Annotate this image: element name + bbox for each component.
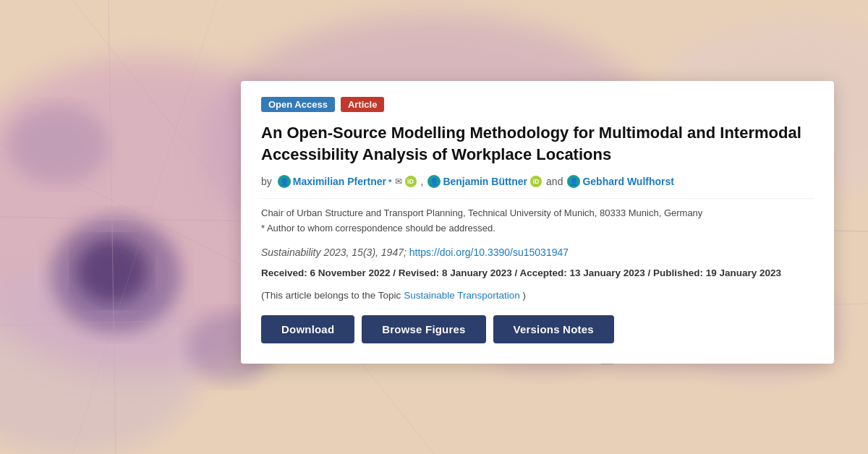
svg-point-9 (7, 105, 109, 184)
article-card: Open Access Article An Open-Source Model… (241, 81, 834, 364)
author-1-name: Maximilian Pfertner (293, 176, 386, 187)
and-text: and (546, 176, 563, 187)
journal-volume: 15 (352, 247, 363, 258)
author-2-name: Benjamin Büttner (443, 176, 527, 187)
author-2-icon: 👤 (427, 175, 441, 188)
author-1-icon: 👤 (278, 175, 291, 188)
author-1-asterisk: * (388, 177, 392, 187)
article-badge[interactable]: Article (341, 97, 384, 112)
author-1-email-icon[interactable]: ✉ (395, 176, 402, 187)
badge-row: Open Access Article (261, 97, 814, 112)
correspondence-note: * Author to whom correspondence should b… (261, 221, 814, 236)
author-3[interactable]: 👤 Gebhard Wulfhorst (567, 175, 674, 188)
author-3-icon: 👤 (567, 175, 580, 188)
versions-notes-button[interactable]: Versions Notes (493, 315, 614, 343)
journal-page: 1947 (381, 247, 404, 258)
author-3-name: Gebhard Wulfhorst (582, 176, 674, 187)
doi-link[interactable]: https://doi.org/10.3390/su15031947 (409, 247, 569, 258)
dates-line: Received: 6 November 2022 / Revised: 8 J… (261, 265, 814, 281)
topic-prefix: (This article belongs to the Topic (261, 290, 401, 301)
journal-name: Sustainability (261, 247, 321, 258)
author-1-orcid-icon[interactable]: iD (405, 176, 417, 187)
author-2[interactable]: 👤 Benjamin Büttner (427, 175, 527, 188)
journal-line: Sustainability 2023, 15(3), 1947; https:… (261, 247, 814, 258)
authors-line: by 👤 Maximilian Pfertner * ✉ iD , 👤 Benj… (261, 175, 814, 188)
topic-link[interactable]: Sustainable Transportation (404, 290, 520, 301)
journal-year: 2023 (323, 247, 346, 258)
download-button[interactable]: Download (261, 315, 354, 343)
article-title: An Open-Source Modelling Methodology for… (261, 122, 814, 165)
buttons-row: Download Browse Figures Versions Notes (261, 315, 814, 343)
topic-suffix: ) (523, 290, 527, 301)
by-prefix: by (261, 176, 272, 187)
author-2-orcid-icon[interactable]: iD (530, 176, 542, 187)
separator-1: , (421, 176, 424, 187)
topic-line: (This article belongs to the Topic Susta… (261, 290, 814, 301)
author-1[interactable]: 👤 Maximilian Pfertner * (278, 175, 392, 188)
open-access-badge[interactable]: Open Access (261, 97, 335, 112)
affiliation-text: Chair of Urban Structure and Transport P… (261, 206, 814, 221)
affiliation-block: Chair of Urban Structure and Transport P… (261, 198, 814, 236)
browse-figures-button[interactable]: Browse Figures (362, 315, 485, 343)
